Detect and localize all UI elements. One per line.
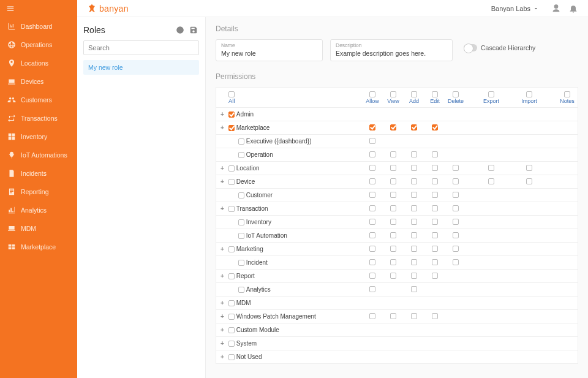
row-all-checkbox[interactable]	[228, 300, 235, 306]
row-all-checkbox[interactable]	[238, 260, 244, 266]
sidebar-item-inventory[interactable]: Inventory	[0, 127, 77, 146]
permission-checkbox[interactable]	[432, 192, 438, 198]
permission-checkbox[interactable]	[432, 205, 438, 211]
permission-checkbox[interactable]	[453, 205, 459, 211]
expand-toggle[interactable]: +	[216, 313, 228, 320]
row-all-checkbox[interactable]	[228, 206, 235, 212]
sidebar-item-incidents[interactable]: Incidents	[0, 164, 77, 183]
row-all-checkbox[interactable]	[228, 327, 235, 333]
row-all-checkbox[interactable]	[228, 354, 235, 360]
permission-checkbox[interactable]	[411, 192, 417, 198]
col-notes-checkbox[interactable]	[564, 91, 570, 97]
permission-checkbox[interactable]	[453, 165, 459, 171]
add-role-button[interactable]	[175, 25, 186, 36]
permission-checkbox[interactable]	[411, 205, 417, 211]
row-all-checkbox[interactable]	[228, 112, 235, 118]
row-all-checkbox[interactable]	[228, 273, 235, 279]
role-list-item[interactable]: My new role	[83, 60, 199, 75]
permission-checkbox[interactable]	[369, 313, 375, 319]
sidebar-item-marketplace[interactable]: Marketplace	[0, 238, 77, 256]
permission-checkbox[interactable]	[432, 246, 438, 252]
permission-checkbox[interactable]	[453, 232, 459, 238]
hamburger-button[interactable]	[0, 0, 77, 17]
sidebar-item-dashboard[interactable]: Dashboard	[0, 17, 77, 36]
permission-checkbox[interactable]	[526, 178, 532, 184]
save-role-button[interactable]	[188, 25, 199, 36]
permission-checkbox[interactable]	[411, 313, 417, 319]
permission-checkbox[interactable]	[369, 259, 375, 265]
permission-checkbox[interactable]	[432, 165, 438, 171]
permission-checkbox[interactable]	[369, 205, 375, 211]
permission-checkbox[interactable]	[369, 165, 375, 171]
permission-checkbox[interactable]	[432, 178, 438, 184]
org-switcher[interactable]: Banyan Labs	[491, 5, 539, 12]
permission-checkbox[interactable]	[369, 138, 375, 144]
permission-checkbox[interactable]	[369, 232, 375, 238]
row-all-checkbox[interactable]	[228, 165, 235, 172]
expand-toggle[interactable]: +	[216, 124, 228, 131]
permission-checkbox[interactable]	[432, 124, 438, 130]
permission-checkbox[interactable]	[411, 178, 417, 184]
col-add-checkbox[interactable]	[411, 91, 417, 97]
permission-checkbox[interactable]	[390, 165, 396, 171]
expand-toggle[interactable]: +	[216, 178, 228, 185]
expand-toggle[interactable]: +	[216, 165, 228, 172]
cascade-hierarchy-toggle[interactable]: Cascade Hierarchy	[464, 44, 535, 51]
bell-icon[interactable]	[567, 2, 579, 15]
row-all-checkbox[interactable]	[228, 314, 235, 320]
permission-checkbox[interactable]	[432, 273, 438, 279]
permission-checkbox[interactable]	[488, 178, 494, 184]
permission-checkbox[interactable]	[390, 273, 396, 279]
row-all-checkbox[interactable]	[238, 138, 244, 145]
permission-checkbox[interactable]	[432, 219, 438, 225]
permission-checkbox[interactable]	[390, 205, 396, 211]
permission-checkbox[interactable]	[411, 259, 417, 265]
role-name-field[interactable]: Name My new role	[216, 39, 323, 61]
permission-checkbox[interactable]	[453, 219, 459, 225]
permission-checkbox[interactable]	[411, 124, 417, 130]
permission-checkbox[interactable]	[432, 232, 438, 238]
sidebar-item-analytics[interactable]: Analytics	[0, 201, 77, 219]
expand-toggle[interactable]: +	[216, 340, 228, 347]
permission-checkbox[interactable]	[526, 165, 532, 171]
row-all-checkbox[interactable]	[238, 192, 244, 198]
permission-checkbox[interactable]	[390, 178, 396, 184]
permission-checkbox[interactable]	[411, 151, 417, 157]
permission-checkbox[interactable]	[390, 232, 396, 238]
permission-checkbox[interactable]	[411, 232, 417, 238]
expand-toggle[interactable]: +	[216, 353, 228, 360]
permission-checkbox[interactable]	[369, 273, 375, 279]
row-all-checkbox[interactable]	[238, 219, 244, 225]
sidebar-item-mdm[interactable]: MDM	[0, 219, 77, 238]
sidebar-item-locations[interactable]: Locations	[0, 54, 77, 72]
permission-checkbox[interactable]	[411, 219, 417, 225]
col-export-checkbox[interactable]	[488, 91, 494, 97]
permission-checkbox[interactable]	[390, 313, 396, 319]
permission-checkbox[interactable]	[411, 286, 417, 292]
permission-checkbox[interactable]	[411, 273, 417, 279]
permission-checkbox[interactable]	[411, 246, 417, 252]
permission-checkbox[interactable]	[432, 259, 438, 265]
row-all-checkbox[interactable]	[228, 341, 235, 347]
sidebar-item-devices[interactable]: Devices	[0, 72, 77, 91]
permission-checkbox[interactable]	[369, 192, 375, 198]
permission-checkbox[interactable]	[488, 165, 494, 171]
account-icon[interactable]	[550, 2, 562, 15]
sidebar-item-operations[interactable]: Operations	[0, 36, 77, 54]
row-all-checkbox[interactable]	[228, 179, 235, 185]
permission-checkbox[interactable]	[453, 192, 459, 198]
permission-checkbox[interactable]	[432, 313, 438, 319]
permission-checkbox[interactable]	[411, 165, 417, 171]
col-import-checkbox[interactable]	[526, 91, 532, 97]
permission-checkbox[interactable]	[390, 246, 396, 252]
permission-checkbox[interactable]	[369, 178, 375, 184]
permission-checkbox[interactable]	[390, 219, 396, 225]
col-allow-checkbox[interactable]	[369, 91, 375, 97]
role-desc-field[interactable]: Description Example description goes her…	[330, 39, 453, 61]
permission-checkbox[interactable]	[369, 246, 375, 252]
permission-checkbox[interactable]	[453, 246, 459, 252]
expand-toggle[interactable]: +	[216, 273, 228, 279]
expand-toggle[interactable]: +	[216, 111, 228, 118]
permission-checkbox[interactable]	[390, 151, 396, 157]
row-all-checkbox[interactable]	[238, 287, 244, 293]
